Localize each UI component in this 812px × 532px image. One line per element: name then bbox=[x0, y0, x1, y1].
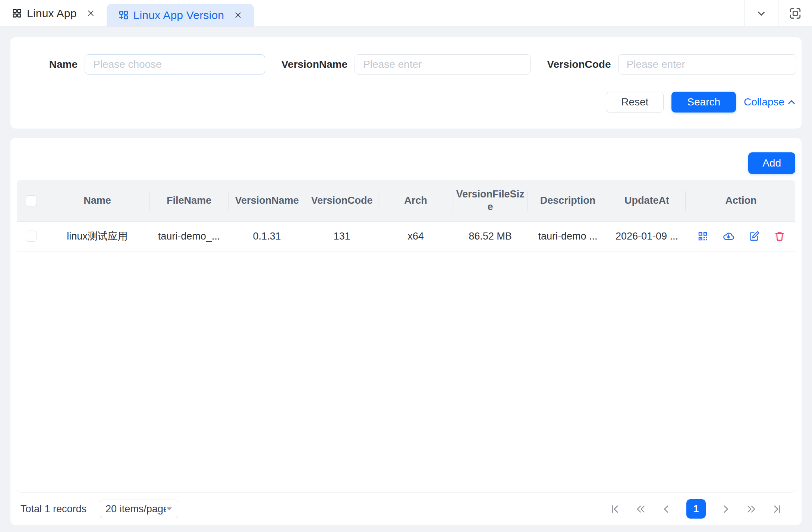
prev-page-button[interactable] bbox=[661, 504, 671, 514]
table-toolbar: Add bbox=[17, 152, 795, 174]
tab-bar-controls bbox=[744, 0, 812, 26]
version-name-input[interactable] bbox=[355, 54, 531, 75]
select-all-checkbox[interactable] bbox=[26, 195, 37, 206]
close-icon[interactable] bbox=[234, 11, 242, 19]
pagination: 1 bbox=[610, 499, 791, 519]
add-button[interactable]: Add bbox=[748, 152, 795, 174]
table-row: linux测试应用 tauri-demo_... 0.1.31 131 x64 … bbox=[17, 221, 795, 251]
chevron-down-icon bbox=[756, 8, 767, 19]
next-page-button[interactable] bbox=[721, 504, 731, 514]
row-select-cell bbox=[17, 221, 45, 251]
reset-button[interactable]: Reset bbox=[606, 92, 664, 113]
column-header-versionfilesize: VersionFileSize bbox=[453, 180, 528, 221]
prev-5-pages-button[interactable] bbox=[635, 504, 646, 514]
last-page-button[interactable] bbox=[772, 504, 782, 514]
cell-updateat: 2026-01-09 ... bbox=[608, 221, 686, 251]
field-name: Name bbox=[16, 54, 265, 75]
version-code-input[interactable] bbox=[618, 54, 797, 75]
tab-list: Linux App Linux App Version bbox=[0, 0, 744, 26]
app-grid-icon bbox=[12, 8, 22, 18]
first-page-button[interactable] bbox=[610, 504, 620, 514]
cell-versionfilesize: 86.52 MB bbox=[453, 221, 528, 251]
table-header-row: Name FileName VersionName VersionCode Ar… bbox=[17, 180, 795, 221]
row-checkbox[interactable] bbox=[26, 231, 37, 242]
edit-action-button[interactable] bbox=[749, 231, 760, 242]
field-version-name: VersionName bbox=[281, 54, 531, 75]
cell-action bbox=[686, 221, 795, 251]
cell-arch: x64 bbox=[378, 221, 453, 251]
header-select-all bbox=[17, 180, 45, 221]
tab-bar: Linux App Linux App Version bbox=[0, 0, 812, 27]
fullscreen-button[interactable] bbox=[778, 0, 812, 26]
chevron-up-icon bbox=[787, 99, 796, 105]
cell-versionname: 0.1.31 bbox=[229, 221, 305, 251]
version-name-label: VersionName bbox=[281, 58, 355, 70]
column-header-updateat: UpdateAt bbox=[608, 180, 686, 221]
tabs-dropdown-button[interactable] bbox=[745, 0, 778, 26]
collapse-label: Collapse bbox=[744, 96, 784, 108]
search-fields-row: Name VersionName VersionCode bbox=[16, 54, 796, 75]
name-label: Name bbox=[16, 58, 85, 70]
field-version-code: VersionCode bbox=[547, 54, 796, 75]
delete-action-button[interactable] bbox=[774, 231, 785, 242]
qrcode-action-button[interactable] bbox=[697, 231, 708, 242]
tab-label: Linux App Version bbox=[133, 9, 224, 22]
next-5-pages-button[interactable] bbox=[746, 504, 757, 514]
cell-description: tauri-demo ... bbox=[528, 221, 608, 251]
app-add-grid-icon bbox=[119, 10, 129, 20]
page-content: Name VersionName VersionCode Reset Searc… bbox=[0, 27, 812, 525]
collapse-toggle[interactable]: Collapse bbox=[744, 96, 796, 108]
cell-filename: tauri-demo_... bbox=[150, 221, 229, 251]
table-footer: Total 1 records 20 items/page bbox=[17, 493, 795, 525]
search-form-card: Name VersionName VersionCode Reset Searc… bbox=[10, 37, 802, 129]
column-header-filename: FileName bbox=[150, 180, 229, 221]
search-button[interactable]: Search bbox=[671, 92, 736, 113]
tab-label: Linux App bbox=[27, 7, 77, 20]
version-code-label: VersionCode bbox=[547, 58, 618, 70]
tab-linux-app-version[interactable]: Linux App Version bbox=[107, 4, 254, 26]
column-header-versionname: VersionName bbox=[229, 180, 305, 221]
column-header-versioncode: VersionCode bbox=[305, 180, 378, 221]
cell-name: linux测试应用 bbox=[45, 221, 150, 251]
page-number-button[interactable]: 1 bbox=[686, 499, 706, 519]
name-select[interactable] bbox=[85, 54, 265, 75]
page-size-value: 20 items/page bbox=[106, 503, 166, 515]
cell-versioncode: 131 bbox=[305, 221, 378, 251]
tab-linux-app[interactable]: Linux App bbox=[0, 0, 107, 26]
close-icon[interactable] bbox=[87, 9, 95, 17]
total-records-text: Total 1 records bbox=[21, 503, 86, 515]
fullscreen-icon bbox=[789, 7, 802, 20]
select-arrow-icon bbox=[166, 507, 173, 511]
download-action-button[interactable] bbox=[723, 230, 734, 242]
data-table: Name FileName VersionName VersionCode Ar… bbox=[17, 180, 795, 493]
column-header-description: Description bbox=[528, 180, 608, 221]
column-header-action: Action bbox=[686, 180, 795, 221]
search-actions-row: Reset Search Collapse bbox=[16, 92, 796, 113]
column-header-arch: Arch bbox=[378, 180, 453, 221]
table-card: Add Name FileName VersionName VersionCod… bbox=[10, 138, 802, 525]
column-header-name: Name bbox=[45, 180, 150, 221]
page-size-select[interactable]: 20 items/page bbox=[100, 500, 178, 518]
